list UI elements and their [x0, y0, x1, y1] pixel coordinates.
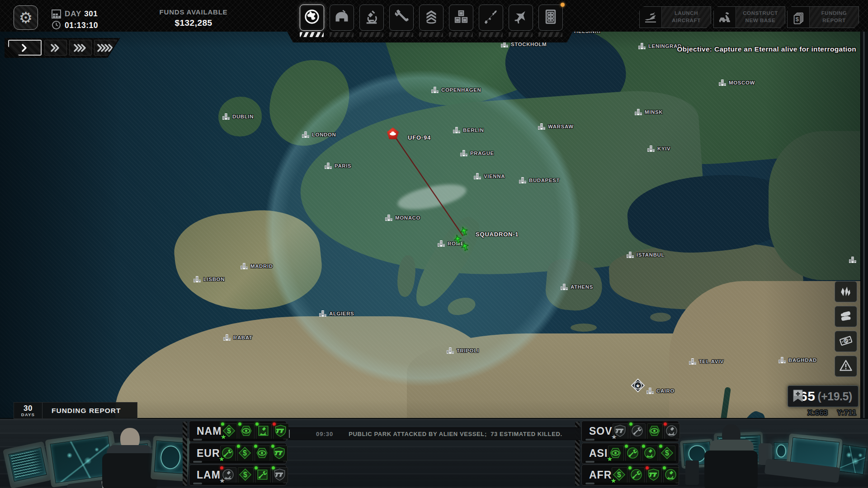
region-panel-asi[interactable]: ASI★$: [581, 443, 679, 464]
green-status-dot: [237, 445, 240, 448]
scope-status-icon[interactable]: [256, 423, 272, 439]
city-tel-aviv[interactable]: TEL AVIV: [689, 358, 724, 365]
speed-2x-button[interactable]: [44, 40, 67, 56]
city-kyiv[interactable]: KYIV: [647, 145, 670, 152]
city-icon: [431, 87, 439, 93]
gun-status-icon[interactable]: [273, 423, 289, 439]
nav-tab-stores[interactable]: [449, 5, 473, 37]
construct-new-base-button[interactable]: CONSTRUCTNEW BASE: [713, 6, 785, 28]
scope-status-icon[interactable]: ★: [221, 467, 236, 483]
alien-materials-button[interactable]: [835, 281, 857, 302]
tool-status-icon[interactable]: [630, 423, 646, 439]
tool-status-icon[interactable]: [629, 467, 645, 483]
nav-tab-engineering[interactable]: [389, 5, 414, 37]
city-algiers[interactable]: ALGIERS: [319, 310, 354, 317]
city-lisbon[interactable]: LISBON: [193, 276, 225, 282]
city-rabat[interactable]: RABAT: [223, 334, 252, 341]
microscope-icon: [363, 9, 380, 27]
nav-tab-bases[interactable]: [330, 5, 354, 37]
city-minsk[interactable]: MINSK: [635, 109, 663, 115]
nav-tab-geoscape[interactable]: [300, 5, 324, 37]
tab-underline: [300, 32, 324, 37]
nav-tab-aircraft[interactable]: [509, 5, 533, 37]
nav-tab-archives[interactable]: [538, 5, 563, 37]
gun-status-icon[interactable]: [272, 467, 288, 483]
city-leningrad[interactable]: LENINGRAD: [638, 43, 682, 49]
globe-icon: [304, 9, 320, 27]
base-marker-cairo[interactable]: ★: [630, 378, 646, 393]
chevron-icon: [74, 44, 87, 52]
alerts-button[interactable]: [835, 356, 857, 377]
city-budapest[interactable]: BUDAPEST: [519, 177, 560, 183]
eye-status-icon[interactable]: [647, 423, 663, 439]
nav-tab-personnel[interactable]: [419, 5, 443, 37]
city-berlin[interactable]: BERLIN: [453, 127, 484, 133]
funding-report-button[interactable]: $FUNDINGREPORT: [787, 6, 859, 28]
city-paris[interactable]: PARIS: [325, 163, 351, 169]
tool-status-icon[interactable]: [255, 467, 271, 483]
dollar-status-icon[interactable]: $★: [612, 467, 627, 483]
nav-tab-research[interactable]: [359, 5, 384, 37]
funding-report-countdown[interactable]: 30 DAYS FUNDING REPORT: [14, 402, 137, 419]
region-panel-lam[interactable]: LAM★$: [189, 465, 287, 486]
settings-button[interactable]: ⚙: [14, 5, 38, 30]
city-label: BUDAPEST: [529, 178, 560, 183]
speed-3x-button[interactable]: [69, 40, 92, 56]
scope-status-icon[interactable]: [663, 467, 679, 483]
city-baghdad[interactable]: BAGHDAD: [778, 357, 817, 363]
eye-status-icon[interactable]: [255, 446, 270, 461]
city-cairo[interactable]: CAIRO: [646, 388, 675, 394]
city-moscow[interactable]: MOSCOW: [719, 80, 755, 86]
city-athens[interactable]: ATHENS: [561, 284, 593, 290]
nav-tab-armory[interactable]: [479, 5, 503, 37]
city-monaco[interactable]: MONACO: [385, 215, 420, 221]
region-panel-eur[interactable]: EUR★$: [189, 443, 287, 464]
dollar-status-icon[interactable]: $: [237, 446, 253, 461]
gun-status-icon[interactable]: ★: [613, 423, 628, 439]
city-prague[interactable]: PRAGUE: [460, 150, 494, 156]
dollar-status-icon[interactable]: $★: [222, 423, 237, 439]
ticker-text: PUBLIC PARK ATTACKED BY ALIEN VESSEL; 73…: [349, 431, 562, 437]
dollar-status-icon[interactable]: $: [660, 446, 675, 461]
scope-status-icon[interactable]: [664, 423, 680, 439]
scope-status-icon[interactable]: [642, 446, 658, 461]
tab-underline: [538, 32, 562, 37]
region-panel-sov[interactable]: SOV★: [581, 421, 679, 442]
region-panel-afr[interactable]: AFR$★: [581, 465, 679, 486]
tool-status-icon[interactable]: [625, 446, 641, 461]
clock-icon: [52, 20, 61, 30]
funds-display: FUNDS AVAILABLE $132,285: [153, 8, 234, 28]
chevron-icon: [51, 44, 61, 52]
eye-status-icon[interactable]: [239, 423, 255, 439]
city-tripoli[interactable]: TRIPOLI: [447, 347, 479, 354]
city-icon: [627, 252, 634, 258]
gun-status-icon[interactable]: [272, 446, 288, 461]
city-icon: [474, 173, 481, 179]
tool-status-icon[interactable]: ★: [220, 446, 236, 461]
city-dublin[interactable]: DUBLIN: [222, 113, 254, 120]
city-copenhagen[interactable]: COPENHAGEN: [431, 87, 481, 93]
city-istanbul[interactable]: ISTANBUL: [627, 252, 665, 258]
gun-status-icon[interactable]: [646, 467, 662, 483]
city-warsaw[interactable]: WARSAW: [538, 123, 574, 130]
cursor-x: X:663: [807, 409, 828, 417]
banner-plus-icon: [793, 389, 803, 403]
fuel-stores-button[interactable]: [835, 306, 857, 327]
launch-aircraft-button[interactable]: LAUNCHAIRCRAFT: [639, 6, 711, 28]
squadron-marker[interactable]: [453, 226, 475, 254]
region-panel-nam[interactable]: NAM$★: [189, 421, 287, 442]
city-icon: [538, 123, 545, 130]
time-speed-controls: [5, 38, 120, 58]
finances-button[interactable]: $: [835, 331, 857, 352]
city-madrid[interactable]: MADRID: [241, 263, 273, 269]
city-vienna[interactable]: VIENNA: [474, 173, 505, 179]
red-status-dot: [664, 422, 667, 426]
eye-status-icon[interactable]: ★: [608, 446, 624, 461]
dollar-docs-icon: $: [788, 7, 810, 28]
dollar-status-icon[interactable]: $: [238, 467, 254, 483]
city-icon: [689, 358, 696, 365]
city-london[interactable]: LONDON: [302, 131, 336, 138]
funding-report-label: FUNDINGREPORT: [810, 7, 859, 28]
city-unnamed[interactable]: [849, 257, 856, 263]
region-label: ASI: [589, 447, 608, 460]
